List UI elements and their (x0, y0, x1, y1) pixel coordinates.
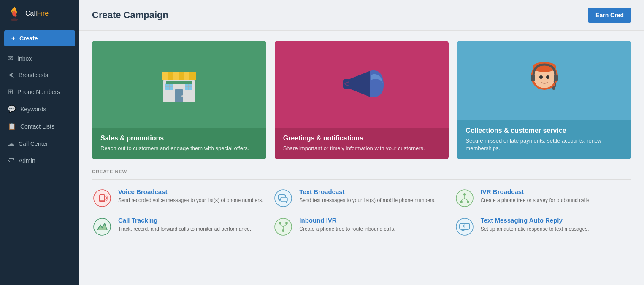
call-tracking-desc: Track, record, and forward calls to moni… (118, 226, 269, 233)
campaign-options-grid: Voice Broadcast Send recorded voice mess… (92, 188, 631, 237)
sidebar-item-call-center[interactable]: ☁ Call Center (0, 135, 79, 152)
page-header: Create Campaign Earn Cred (79, 0, 644, 31)
sidebar-item-broadcasts[interactable]: Broadcasts (0, 67, 79, 83)
voice-broadcast-desc: Send recorded voice messages to your lis… (118, 197, 269, 204)
svg-rect-18 (166, 81, 192, 84)
main-content: Create Campaign Earn Cred (79, 0, 644, 285)
card-sales-desc: Reach out to customers and engage them w… (100, 145, 258, 152)
text-auto-reply-info: Text Messaging Auto Reply Set up an auto… (481, 217, 631, 233)
create-new-section: CREATE NEW Voice Broadcast (79, 166, 644, 245)
text-broadcast-info: Text Broadcast Send text messages to you… (299, 188, 450, 204)
option-ivr-broadcast[interactable]: IVR Broadcast Create a phone tree or sur… (455, 188, 631, 208)
keywords-icon: 💬 (8, 105, 16, 113)
svg-point-40 (467, 201, 469, 203)
svg-point-23 (539, 75, 543, 79)
create-new-label: CREATE NEW (92, 169, 631, 174)
ivr-broadcast-icon (455, 189, 474, 207)
option-call-tracking[interactable]: Call Tracking Track, record, and forward… (92, 217, 269, 237)
text-auto-reply-title: Text Messaging Auto Reply (481, 217, 631, 224)
card-collections-info: Collections & customer service Secure mi… (457, 120, 631, 159)
voice-broadcast-icon (93, 189, 111, 207)
card-greetings-title: Greetings & notifications (283, 134, 441, 142)
svg-point-35 (463, 193, 466, 196)
option-voice-broadcast[interactable]: Voice Broadcast Send recorded voice mess… (92, 188, 269, 208)
svg-rect-3 (162, 72, 168, 80)
text-broadcast-title: Text Broadcast (299, 188, 450, 195)
call-center-icon: ☁ (8, 140, 14, 148)
svg-rect-33 (281, 197, 287, 202)
card-sales-info: Sales & promotions Reach out to customer… (92, 128, 266, 159)
nav-list: ✉ Inbox Broadcasts ⊞ Phone Numbers 💬 Key… (0, 50, 79, 169)
svg-point-48 (285, 222, 288, 224)
voice-broadcast-icon-wrap (92, 188, 112, 208)
logo: CallFire (0, 0, 79, 27)
svg-rect-7 (184, 72, 189, 80)
inbound-ivr-title: Inbound IVR (299, 217, 450, 224)
card-collections-desc: Secure missed or late payments, settle a… (465, 137, 623, 152)
text-auto-reply-icon-wrap (455, 217, 475, 237)
sidebar-item-inbox[interactable]: ✉ Inbox (0, 50, 79, 67)
option-inbound-ivr[interactable]: Inbound IVR Create a phone tree to route… (273, 217, 450, 237)
svg-point-47 (279, 222, 281, 224)
ivr-broadcast-desc: Create a phone tree or survey for outbou… (481, 197, 631, 204)
admin-icon: 🛡 (8, 157, 14, 164)
svg-point-43 (282, 229, 284, 232)
card-greetings[interactable]: Greetings & notifications Share importan… (275, 41, 449, 159)
call-tracking-icon (93, 218, 111, 236)
ivr-broadcast-info: IVR Broadcast Create a phone tree or sur… (481, 188, 631, 204)
inbound-ivr-info: Inbound IVR Create a phone tree to route… (299, 217, 450, 233)
call-tracking-icon-wrap (92, 217, 112, 237)
broadcasts-icon (8, 72, 14, 78)
voice-broadcast-title: Voice Broadcast (118, 188, 269, 195)
inbound-ivr-icon-wrap (273, 217, 293, 237)
svg-rect-8 (189, 72, 196, 80)
option-text-broadcast[interactable]: Text Broadcast Send text messages to you… (273, 188, 450, 208)
option-text-auto-reply[interactable]: Text Messaging Auto Reply Set up an auto… (455, 217, 631, 237)
card-sales-title: Sales & promotions (100, 134, 258, 142)
sidebar-item-keywords[interactable]: 💬 Keywords (0, 100, 79, 118)
ivr-broadcast-title: IVR Broadcast (481, 188, 631, 195)
svg-point-49 (456, 218, 473, 235)
svg-point-28 (94, 190, 111, 207)
card-greetings-info: Greetings & notifications Share importan… (275, 128, 449, 159)
sidebar-item-phone-numbers[interactable]: ⊞ Phone Numbers (0, 83, 79, 100)
card-greetings-image (275, 41, 449, 128)
plus-icon: ＋ (10, 35, 16, 42)
page-title: Create Campaign (92, 10, 168, 21)
card-sales-image (92, 41, 266, 128)
svg-rect-25 (531, 75, 535, 81)
inbound-ivr-icon (274, 218, 292, 236)
text-broadcast-desc: Send text messages to your list(s) of mo… (299, 197, 450, 204)
contact-lists-icon: 📋 (8, 122, 16, 130)
svg-point-41 (94, 218, 111, 235)
voice-broadcast-info: Voice Broadcast Send recorded voice mess… (118, 188, 269, 204)
earn-cred-button[interactable]: Earn Cred (588, 8, 631, 23)
svg-rect-4 (168, 72, 173, 80)
ivr-broadcast-icon-wrap (455, 188, 475, 208)
svg-rect-5 (173, 72, 179, 80)
text-broadcast-icon (274, 189, 292, 207)
text-auto-reply-desc: Set up an automatic response to text mes… (481, 226, 631, 233)
inbound-ivr-desc: Create a phone tree to route inbound cal… (299, 226, 450, 233)
section-divider (92, 179, 631, 180)
svg-point-27 (552, 86, 555, 90)
campaign-cards: Sales & promotions Reach out to customer… (79, 31, 644, 166)
phone-numbers-icon: ⊞ (8, 88, 13, 96)
svg-point-24 (546, 75, 549, 79)
card-sales[interactable]: Sales & promotions Reach out to customer… (92, 41, 266, 159)
create-button[interactable]: ＋ Create (4, 30, 75, 46)
store-icon (154, 59, 204, 110)
callfire-logo-icon (7, 6, 22, 21)
megaphone-icon (336, 59, 387, 110)
svg-rect-6 (179, 72, 184, 80)
call-tracking-title: Call Tracking (118, 217, 269, 224)
svg-point-11 (181, 95, 183, 97)
sidebar: CallFire ＋ Create ✉ Inbox Broadcasts ⊞ P… (0, 0, 79, 285)
card-collections[interactable]: Collections & customer service Secure mi… (457, 41, 631, 159)
svg-rect-19 (343, 79, 350, 89)
sidebar-item-admin[interactable]: 🛡 Admin (0, 152, 79, 169)
svg-point-39 (460, 201, 463, 203)
card-greetings-desc: Share important or timely information wi… (283, 145, 441, 152)
sidebar-item-contact-lists[interactable]: 📋 Contact Lists (0, 118, 79, 135)
inbox-icon: ✉ (8, 54, 13, 62)
